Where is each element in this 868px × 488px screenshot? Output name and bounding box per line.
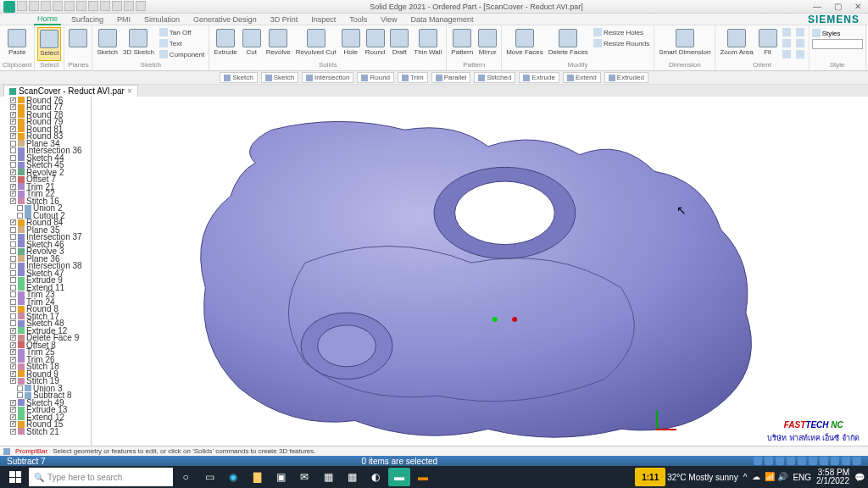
visibility-checkbox[interactable] xyxy=(10,112,16,118)
visibility-checkbox[interactable] xyxy=(17,385,23,391)
visibility-checkbox[interactable] xyxy=(10,349,16,355)
qat-btn[interactable] xyxy=(100,1,110,11)
tray-icon[interactable]: ☁ xyxy=(752,472,762,482)
visibility-checkbox[interactable] xyxy=(10,421,16,427)
visibility-checkbox[interactable] xyxy=(10,357,16,363)
visibility-checkbox[interactable] xyxy=(10,147,16,153)
visibility-checkbox[interactable] xyxy=(17,205,23,211)
qat-btn[interactable] xyxy=(88,1,98,11)
styles-dropdown[interactable] xyxy=(812,39,863,49)
edge-icon[interactable]: ◉ xyxy=(222,468,244,486)
tab-surfacing[interactable]: Surfacing xyxy=(68,14,107,25)
visibility-checkbox[interactable] xyxy=(10,256,16,262)
orient-small[interactable] xyxy=(794,49,806,59)
filter-intersection[interactable]: Intersection xyxy=(302,72,353,83)
visibility-checkbox[interactable] xyxy=(10,176,16,182)
visibility-checkbox[interactable] xyxy=(10,328,16,334)
visibility-checkbox[interactable] xyxy=(10,277,16,283)
visibility-checkbox[interactable] xyxy=(10,191,16,197)
tab-home[interactable]: Home xyxy=(34,14,61,25)
resizerounds-button[interactable]: Resize Rounds xyxy=(592,38,651,48)
visibility-checkbox[interactable] xyxy=(10,263,16,269)
visibility-checkbox[interactable] xyxy=(10,285,16,291)
filter-trim[interactable]: Trim xyxy=(398,72,428,83)
filter-round[interactable]: Round xyxy=(357,72,394,83)
filter-parallel[interactable]: Parallel xyxy=(431,72,471,83)
qat-btn[interactable] xyxy=(136,1,146,11)
tab-tools[interactable]: Tools xyxy=(346,14,370,25)
visibility-checkbox[interactable] xyxy=(10,248,16,254)
visibility-checkbox[interactable] xyxy=(10,119,16,125)
feature-tree[interactable]: Round 76Round 77Round 78Round 79Round 81… xyxy=(0,97,92,446)
qat-btn[interactable] xyxy=(64,1,75,11)
visibility-checkbox[interactable] xyxy=(10,219,16,225)
visibility-checkbox[interactable] xyxy=(10,184,16,190)
minimize-button[interactable]: — xyxy=(807,0,827,14)
visibility-checkbox[interactable] xyxy=(10,291,16,297)
close-tab-icon[interactable]: × xyxy=(127,86,132,96)
revolve-button[interactable]: Revolve xyxy=(264,27,292,61)
close-button[interactable]: ✕ xyxy=(848,0,868,14)
volume-icon[interactable]: 🔊 xyxy=(777,472,787,482)
paste-button[interactable]: Paste xyxy=(6,27,28,61)
qat-undo-icon[interactable] xyxy=(29,1,39,11)
mirror-button[interactable]: Mirror xyxy=(476,27,498,61)
axis-triad-icon[interactable] xyxy=(656,405,682,430)
mail-icon[interactable]: ✉ xyxy=(293,468,315,486)
taskbar-search[interactable]: Type here to search xyxy=(29,468,173,486)
visibility-checkbox[interactable] xyxy=(10,104,16,110)
notifications-icon[interactable]: 💬 xyxy=(854,473,865,482)
zoomarea-button[interactable]: Zoom Area xyxy=(718,27,754,61)
visibility-checkbox[interactable] xyxy=(10,335,16,341)
filter-extrude[interactable]: Extrude xyxy=(519,72,559,83)
tree-item[interactable]: Stitch 21 xyxy=(0,428,91,435)
fit-button[interactable]: Fit xyxy=(757,27,779,61)
qat-btn[interactable] xyxy=(124,1,134,11)
visibility-checkbox[interactable] xyxy=(10,198,16,204)
visibility-checkbox[interactable] xyxy=(10,299,16,305)
tab-pmi[interactable]: PMI xyxy=(114,14,134,25)
deletefaces-button[interactable]: Delete Faces xyxy=(547,27,590,61)
orient-small[interactable] xyxy=(781,49,793,59)
filter-sketch2[interactable]: Sketch xyxy=(261,72,298,83)
document-tab[interactable]: ScanCover - Reduct AVI.par × xyxy=(3,85,138,97)
visibility-checkbox[interactable] xyxy=(10,133,16,139)
tab-inspect[interactable]: Inspect xyxy=(308,14,339,25)
qat-save-icon[interactable] xyxy=(17,1,27,11)
qat-btn[interactable] xyxy=(53,1,63,11)
visibility-checkbox[interactable] xyxy=(10,234,16,240)
app-icon[interactable]: ▦ xyxy=(341,468,363,486)
sketch-button[interactable]: Sketch xyxy=(95,27,119,61)
cut-button[interactable]: Cut xyxy=(241,27,263,61)
orient-small[interactable] xyxy=(781,38,793,48)
thinwall-button[interactable]: Thin Wall xyxy=(412,27,443,61)
system-tray[interactable]: 32°C Mostly sunny ^ ☁📶🔊 ENG 3:58 PM 2/1/… xyxy=(667,469,865,485)
visibility-checkbox[interactable] xyxy=(10,241,16,247)
solidedge-taskbar-icon[interactable]: ▬ xyxy=(388,468,410,486)
orient-small[interactable] xyxy=(794,27,806,37)
app-icon[interactable]: ▦ xyxy=(317,468,339,486)
visibility-checkbox[interactable] xyxy=(10,429,16,435)
tab-view[interactable]: View xyxy=(377,14,400,25)
viewport-3d[interactable]: ↖ FASTTECH NC บริษัท ฟาสท์เทค เอ็นซี จำก… xyxy=(92,97,868,446)
clock[interactable]: 3:58 PM 2/1/2022 xyxy=(816,469,849,485)
visibility-checkbox[interactable] xyxy=(10,378,16,384)
visibility-checkbox[interactable] xyxy=(17,392,23,398)
filter-extend[interactable]: Extend xyxy=(563,72,601,83)
filter-sketch[interactable]: Sketch xyxy=(220,72,257,83)
pattern-button[interactable]: Pattern xyxy=(449,27,475,61)
explorer-icon[interactable]: ▇ xyxy=(246,468,268,486)
round-button[interactable]: Round xyxy=(364,27,387,61)
hole-button[interactable]: Hole xyxy=(340,27,362,61)
qat-btn[interactable] xyxy=(112,1,122,11)
visibility-checkbox[interactable] xyxy=(10,97,16,103)
store-icon[interactable]: ▣ xyxy=(270,468,292,486)
filter-extruded[interactable]: Extruded xyxy=(604,72,648,83)
start-button[interactable] xyxy=(3,468,27,486)
text-button[interactable]: Text xyxy=(158,38,206,48)
visibility-checkbox[interactable] xyxy=(10,126,16,132)
visibility-checkbox[interactable] xyxy=(10,407,16,413)
draft-button[interactable]: Draft xyxy=(388,27,410,61)
select-button[interactable]: Select xyxy=(37,27,61,61)
planes-button[interactable] xyxy=(67,27,89,61)
